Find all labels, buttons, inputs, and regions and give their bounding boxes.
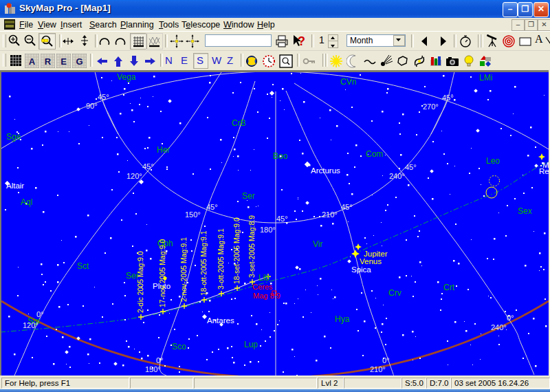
svg-text:Hya: Hya (335, 314, 350, 324)
svg-text:Antares: Antares (207, 316, 234, 325)
svg-text:150°: 150° (145, 365, 161, 373)
svg-text:Sct: Sct (77, 261, 89, 271)
svg-text:Crv: Crv (388, 288, 402, 298)
svg-text:210°: 210° (322, 210, 338, 219)
svg-text:0°: 0° (507, 314, 514, 322)
svg-text:Sco: Sco (172, 342, 186, 351)
svg-text:45°: 45° (442, 94, 454, 102)
svg-text:Crt: Crt (443, 283, 455, 292)
svg-text:Mag 8.9: Mag 8.9 (253, 292, 280, 300)
svg-text:45°: 45° (98, 93, 109, 101)
svg-text:0°: 0° (36, 310, 44, 318)
svg-text:Arcturus: Arcturus (311, 166, 340, 175)
svg-text:2-dic 2005 Mag:9.0: 2-dic 2005 Mag:9.0 (136, 251, 144, 313)
svg-text:0°: 0° (156, 356, 164, 364)
svg-text:G: G (76, 56, 82, 67)
svg-text:2-nov-2005 Mag:9.1: 2-nov-2005 Mag:9.1 (179, 237, 188, 302)
svg-text:45°: 45° (142, 162, 154, 171)
svg-text:3-ott-2005 Mag:9.1: 3-ott-2005 Mag:9.1 (217, 228, 225, 290)
svg-text:45°: 45° (206, 203, 218, 211)
svg-text:18-set-2005 Mag:9.0: 18-set-2005 Mag:9.0 (232, 217, 241, 284)
svg-text:120°: 120° (126, 172, 142, 180)
svg-text:Leo: Leo (486, 156, 500, 166)
svg-text:180°: 180° (260, 226, 276, 234)
svg-text:3-set-2005 Mag:8.9: 3-set-2005 Mag:8.9 (248, 215, 256, 278)
svg-text:Ser: Ser (242, 191, 255, 201)
svg-text:240°: 240° (491, 323, 507, 331)
svg-text:Sex: Sex (518, 206, 532, 216)
svg-text:Vega: Vega (117, 72, 136, 82)
svg-text:Sge: Sge (6, 132, 21, 142)
svg-text:210°: 210° (370, 365, 386, 373)
svg-text:Com: Com (366, 149, 383, 159)
svg-text:E: E (60, 56, 67, 67)
svg-text:Re: Re (539, 167, 549, 175)
svg-text:Aql: Aql (21, 197, 32, 207)
svg-text:Lib: Lib (258, 273, 270, 283)
svg-text:CVn: CVn (340, 77, 356, 87)
svg-text:270°: 270° (423, 102, 439, 111)
svg-text:A: A (29, 56, 36, 67)
svg-text:Her: Her (157, 145, 170, 155)
svg-text:Lup: Lup (244, 340, 258, 349)
svg-text:45°: 45° (341, 203, 353, 211)
svg-text:CrB: CrB (232, 118, 246, 128)
svg-text:R: R (45, 56, 52, 67)
svg-text:Venus: Venus (360, 257, 382, 265)
svg-text:240°: 240° (389, 172, 405, 180)
svg-text:18-ott-2005 Mag:9.1: 18-ott-2005 Mag:9.1 (199, 230, 208, 296)
svg-text:Boo: Boo (273, 151, 288, 161)
svg-text:90°: 90° (86, 102, 98, 110)
svg-text:Ceres: Ceres (252, 283, 273, 291)
svg-text:LMi: LMi (479, 73, 492, 83)
svg-text:Spica: Spica (351, 265, 371, 274)
svg-text:120°: 120° (23, 321, 38, 329)
svg-text:0°: 0° (382, 356, 390, 364)
svg-text:150°: 150° (185, 210, 201, 219)
svg-text:45°: 45° (276, 215, 288, 223)
svg-text:?: ? (298, 34, 305, 48)
svg-text:Altair: Altair (6, 182, 24, 190)
svg-text:45°: 45° (405, 163, 417, 171)
svg-text:17-nov 2005 Mag:9.0: 17-nov 2005 Mag:9.0 (158, 239, 166, 307)
svg-text:Vir: Vir (313, 239, 322, 249)
